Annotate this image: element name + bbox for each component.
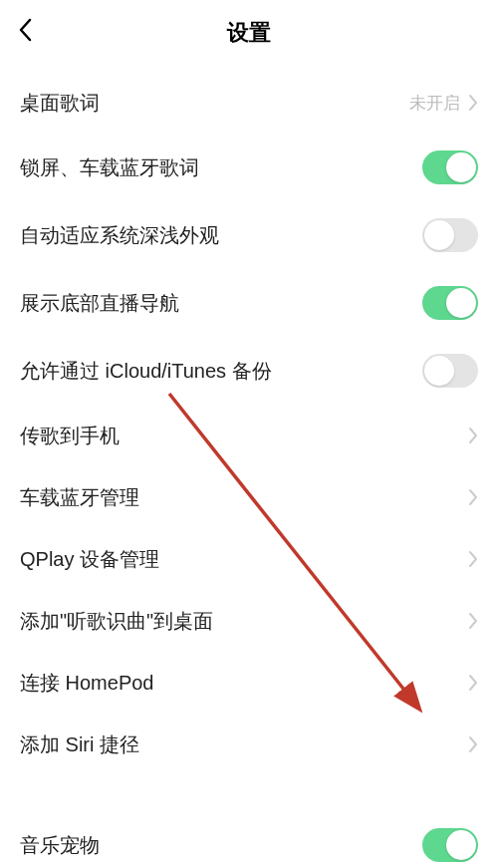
- row-right: [422, 354, 478, 388]
- row-label: 锁屏、车载蓝牙歌词: [20, 154, 199, 181]
- row-label: QPlay 设备管理: [20, 546, 159, 573]
- row-right: [468, 674, 478, 692]
- row-right: [422, 828, 478, 862]
- settings-section-1: 桌面歌词未开启锁屏、车载蓝牙歌词自动适应系统深浅外观展示底部直播导航允许通过 i…: [0, 72, 498, 775]
- toggle-switch[interactable]: [422, 354, 478, 388]
- chevron-left-icon: [18, 18, 34, 42]
- row-right: [422, 150, 478, 184]
- row-value: 未开启: [409, 92, 460, 115]
- toggle-knob: [424, 220, 454, 250]
- toggle-knob: [446, 288, 476, 318]
- toggle-switch[interactable]: [422, 150, 478, 184]
- row-label: 传歌到手机: [20, 423, 120, 449]
- row-right: [468, 612, 478, 630]
- toggle-switch[interactable]: [422, 828, 478, 862]
- back-button[interactable]: [18, 18, 34, 46]
- section-divider: [0, 775, 498, 811]
- row-label: 添加"听歌识曲"到桌面: [20, 608, 213, 635]
- chevron-right-icon: [468, 612, 478, 630]
- toggle-switch[interactable]: [422, 218, 478, 252]
- settings-row[interactable]: 连接 HomePod: [0, 652, 498, 714]
- chevron-right-icon: [468, 427, 478, 444]
- settings-section-2: 音乐宠物模式选择简洁模式上线啦推送设置: [0, 811, 498, 868]
- chevron-right-icon: [468, 550, 478, 568]
- row-right: [422, 218, 478, 252]
- row-right: [422, 286, 478, 320]
- settings-row[interactable]: 允许通过 iCloud/iTunes 备份: [0, 337, 498, 405]
- settings-row[interactable]: 桌面歌词未开启: [0, 72, 498, 134]
- toggle-knob: [446, 152, 476, 182]
- row-label: 音乐宠物: [20, 832, 100, 859]
- settings-row[interactable]: 展示底部直播导航: [0, 269, 498, 337]
- row-label: 展示底部直播导航: [20, 290, 179, 317]
- row-label: 自动适应系统深浅外观: [20, 222, 219, 249]
- settings-row[interactable]: 车载蓝牙管理: [0, 466, 498, 528]
- settings-row[interactable]: 添加 Siri 捷径: [0, 714, 498, 775]
- row-label: 桌面歌词: [20, 90, 100, 117]
- row-right: [468, 427, 478, 444]
- toggle-switch[interactable]: [422, 286, 478, 320]
- header: 设置: [0, 0, 498, 72]
- row-label: 连接 HomePod: [20, 670, 154, 697]
- row-right: [468, 735, 478, 753]
- chevron-right-icon: [468, 735, 478, 753]
- row-right: 未开启: [409, 92, 478, 115]
- chevron-right-icon: [468, 488, 478, 506]
- toggle-knob: [424, 356, 454, 386]
- settings-row[interactable]: 自动适应系统深浅外观: [0, 201, 498, 269]
- row-right: [468, 488, 478, 506]
- page-title: 设置: [18, 18, 480, 48]
- settings-row[interactable]: QPlay 设备管理: [0, 528, 498, 590]
- row-right: [468, 550, 478, 568]
- chevron-right-icon: [468, 674, 478, 692]
- toggle-knob: [446, 830, 476, 860]
- row-label: 添加 Siri 捷径: [20, 731, 139, 758]
- settings-row[interactable]: 传歌到手机: [0, 405, 498, 466]
- settings-row[interactable]: 添加"听歌识曲"到桌面: [0, 590, 498, 652]
- chevron-right-icon: [468, 94, 478, 112]
- row-label: 允许通过 iCloud/iTunes 备份: [20, 358, 272, 385]
- settings-row[interactable]: 音乐宠物: [0, 811, 498, 868]
- settings-row[interactable]: 锁屏、车载蓝牙歌词: [0, 134, 498, 201]
- row-label: 车载蓝牙管理: [20, 484, 139, 511]
